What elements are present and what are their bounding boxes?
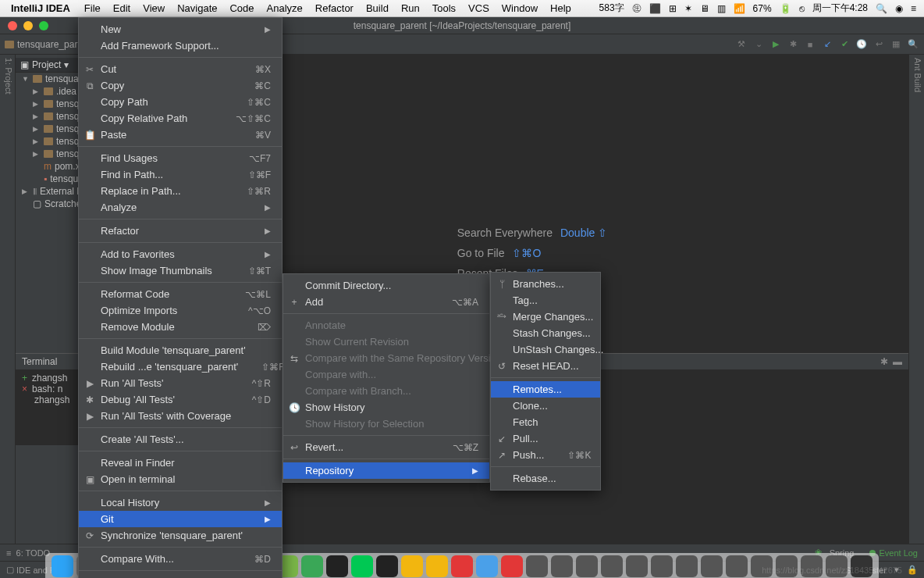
menu-item[interactable]: ▶Run 'All Tests'^⇧R bbox=[79, 375, 282, 391]
mac-menu-build[interactable]: Build bbox=[366, 2, 389, 14]
menu-item[interactable]: ᛘBranches... bbox=[491, 276, 600, 292]
dock-app[interactable] bbox=[476, 555, 498, 577]
debug-icon[interactable]: ✱ bbox=[787, 38, 799, 51]
vcs-update-icon[interactable]: ↙ bbox=[821, 38, 833, 51]
dock-app[interactable] bbox=[701, 555, 723, 577]
mac-menu-run[interactable]: Run bbox=[401, 2, 420, 14]
menu-item[interactable]: Show History for Selection bbox=[283, 416, 489, 432]
menu-item[interactable]: Reformat Code⌥⌘L bbox=[79, 286, 282, 302]
gear-icon[interactable]: ✱ bbox=[880, 356, 888, 367]
close-icon[interactable]: × bbox=[22, 384, 27, 394]
menu-item[interactable]: Clone... bbox=[491, 398, 600, 414]
menu-item[interactable]: ⧉Copy⌘C bbox=[79, 77, 282, 94]
menu-item[interactable]: Find in Path...⇧⌘F bbox=[79, 166, 282, 183]
menu-item[interactable]: 📋Paste⌘V bbox=[79, 127, 282, 143]
gutter-tab[interactable]: 1: Project bbox=[4, 58, 13, 541]
gutter-tab[interactable]: Ant Build bbox=[913, 58, 922, 541]
menu-item[interactable]: ↙Pull... bbox=[491, 430, 600, 447]
dock-app[interactable] bbox=[651, 555, 673, 577]
lock-icon[interactable]: 🔒 bbox=[907, 565, 918, 575]
context-menu-git[interactable]: Commit Directory...+Add⌥⌘AAnnotateShow C… bbox=[283, 273, 490, 483]
menu-item[interactable]: Repository▶ bbox=[283, 462, 489, 479]
menu-item[interactable]: Create 'All Tests'... bbox=[79, 431, 282, 448]
close-icon[interactable] bbox=[8, 21, 17, 30]
dock-app[interactable] bbox=[676, 555, 698, 577]
menu-item[interactable]: ↩Revert...⌥⌘Z bbox=[283, 439, 489, 455]
dock-app[interactable] bbox=[426, 555, 448, 577]
structure-icon[interactable]: ▦ bbox=[890, 38, 902, 51]
menu-item[interactable]: New▶ bbox=[79, 21, 282, 37]
search-icon[interactable]: 🔍 bbox=[907, 38, 919, 51]
menu-item[interactable]: Open Module Settings bbox=[79, 574, 282, 578]
menu-item[interactable]: Compare with... bbox=[283, 366, 489, 383]
menu-item[interactable]: Annotate bbox=[283, 317, 489, 334]
dock-app[interactable] bbox=[726, 555, 748, 577]
run-icon[interactable]: ▶ bbox=[769, 38, 782, 51]
build-icon[interactable]: ⚒ bbox=[735, 38, 748, 51]
menu-item[interactable]: Commit Directory... bbox=[283, 277, 489, 294]
menu-item[interactable]: Git▶ bbox=[79, 511, 282, 527]
dock-app[interactable] bbox=[626, 555, 648, 577]
menu-item[interactable]: UnStash Changes... bbox=[491, 341, 600, 358]
menu-item[interactable]: Show Current Revision bbox=[283, 334, 489, 350]
dock-app[interactable] bbox=[451, 555, 473, 577]
mac-menu-analyze[interactable]: Analyze bbox=[267, 2, 303, 14]
menu-item[interactable]: Stash Changes... bbox=[491, 325, 600, 341]
mac-menu-navigate[interactable]: Navigate bbox=[177, 2, 217, 14]
dock-app[interactable] bbox=[526, 555, 548, 577]
left-gutter[interactable]: 1: Project7: StructureWeb2: Favorites bbox=[0, 55, 16, 544]
mac-menu-help[interactable]: Help bbox=[550, 2, 571, 14]
menu-item[interactable]: Remotes... bbox=[491, 381, 600, 398]
app-name[interactable]: IntelliJ IDEA bbox=[11, 2, 70, 14]
menu-item[interactable]: ✱Debug 'All Tests'^⇧D bbox=[79, 391, 282, 408]
menu-item[interactable]: Rebase... bbox=[491, 470, 600, 487]
mac-menu-view[interactable]: View bbox=[143, 2, 165, 14]
mac-menu-edit[interactable]: Edit bbox=[113, 2, 130, 14]
menu-item[interactable]: Add Framework Support... bbox=[79, 37, 282, 54]
run-config[interactable]: ⌄ bbox=[752, 38, 765, 51]
menu-item[interactable]: Optimize Imports^⌥O bbox=[79, 302, 282, 319]
mac-menu-refactor[interactable]: Refactor bbox=[315, 2, 354, 14]
dock-app[interactable] bbox=[376, 555, 398, 577]
menu-item[interactable]: Remove Module⌦ bbox=[79, 319, 282, 335]
menu-item[interactable]: 🕓Show History bbox=[283, 399, 489, 416]
mac-menu-code[interactable]: Code bbox=[229, 2, 254, 14]
mac-menu-file[interactable]: File bbox=[84, 2, 101, 14]
plus-icon[interactable]: + bbox=[22, 373, 27, 384]
stop-icon[interactable]: ■ bbox=[804, 38, 816, 51]
menu-item[interactable]: Copy Path⇧⌘C bbox=[79, 94, 282, 110]
menu-item[interactable]: Replace in Path...⇧⌘R bbox=[79, 183, 282, 199]
menu-item[interactable]: Add to Favorites▶ bbox=[79, 246, 282, 262]
mac-menu-window[interactable]: Window bbox=[502, 2, 538, 14]
menu-item[interactable]: Analyze▶ bbox=[79, 199, 282, 216]
menu-item[interactable]: ▶Run 'All Tests' with Coverage bbox=[79, 408, 282, 424]
mac-menu-tools[interactable]: Tools bbox=[432, 2, 456, 14]
dock-app[interactable] bbox=[501, 555, 523, 577]
menu-item[interactable]: +Add⌥⌘A bbox=[283, 294, 489, 310]
mac-menu-vcs[interactable]: VCS bbox=[468, 2, 489, 14]
menu-item[interactable]: Find Usages⌥F7 bbox=[79, 150, 282, 166]
menu-item[interactable]: Fetch bbox=[491, 414, 600, 430]
zoom-icon[interactable] bbox=[39, 21, 48, 30]
menu-item[interactable]: Compare with Branch... bbox=[283, 383, 489, 399]
dock-app[interactable] bbox=[601, 555, 623, 577]
menu-item[interactable]: Copy Relative Path⌥⇧⌘C bbox=[79, 110, 282, 127]
dock-app[interactable] bbox=[401, 555, 423, 577]
minimize-icon[interactable] bbox=[23, 21, 33, 30]
vcs-commit-icon[interactable]: ✔ bbox=[838, 38, 851, 51]
menu-item[interactable]: Build Module 'tensquare_parent' bbox=[79, 342, 282, 359]
menu-item[interactable]: Tag... bbox=[491, 292, 600, 309]
dock-app[interactable] bbox=[576, 555, 598, 577]
dock-app[interactable] bbox=[301, 555, 323, 577]
dock-app[interactable] bbox=[326, 555, 348, 577]
breadcrumb[interactable]: tensquare_pare bbox=[17, 39, 83, 50]
menu-item[interactable]: ↺Reset HEAD... bbox=[491, 358, 600, 374]
right-gutter[interactable]: Ant BuildDatabaseMaven ProjectsRestServi… bbox=[908, 55, 924, 544]
menu-item[interactable]: ✂Cut⌘X bbox=[79, 61, 282, 77]
traffic-lights[interactable] bbox=[8, 21, 48, 30]
menu-item[interactable]: Local History▶ bbox=[79, 494, 282, 511]
menu-item[interactable]: ↗Push...⇧⌘K bbox=[491, 447, 600, 463]
dock-app[interactable] bbox=[551, 555, 573, 577]
menu-item[interactable]: ⭇Merge Changes... bbox=[491, 309, 600, 325]
menu-item[interactable]: ⇆Compare with the Same Repository Versio… bbox=[283, 350, 489, 366]
